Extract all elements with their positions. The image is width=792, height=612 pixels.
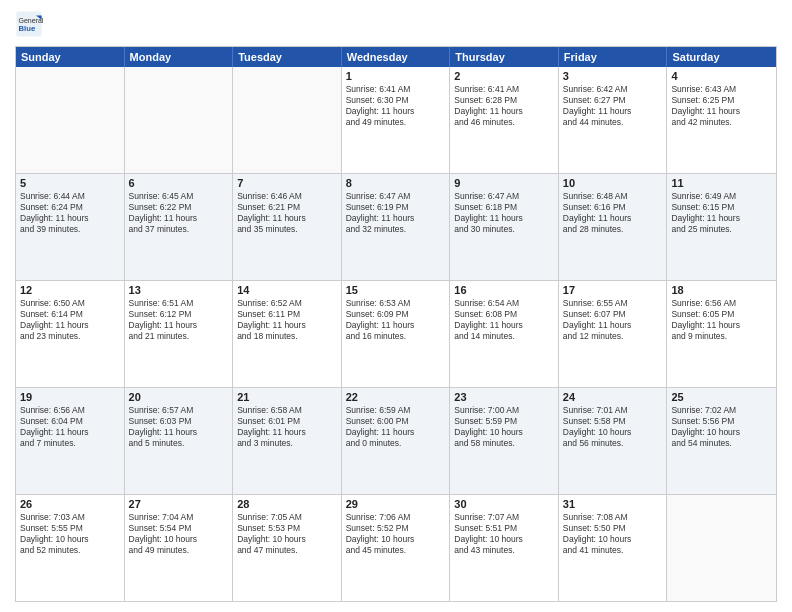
cell-line: and 37 minutes. bbox=[129, 224, 229, 235]
cell-line: Sunset: 5:53 PM bbox=[237, 523, 337, 534]
day-number: 29 bbox=[346, 498, 446, 510]
day-number: 14 bbox=[237, 284, 337, 296]
cell-line: and 56 minutes. bbox=[563, 438, 663, 449]
cell-line: Sunrise: 6:52 AM bbox=[237, 298, 337, 309]
cell-line: Sunrise: 6:48 AM bbox=[563, 191, 663, 202]
day-number: 5 bbox=[20, 177, 120, 189]
day-number: 17 bbox=[563, 284, 663, 296]
day-cell-19: 19Sunrise: 6:56 AMSunset: 6:04 PMDayligh… bbox=[16, 388, 125, 494]
day-number: 3 bbox=[563, 70, 663, 82]
cell-line: Daylight: 11 hours bbox=[129, 427, 229, 438]
day-number: 28 bbox=[237, 498, 337, 510]
cell-line: Sunrise: 7:08 AM bbox=[563, 512, 663, 523]
day-cell-2: 2Sunrise: 6:41 AMSunset: 6:28 PMDaylight… bbox=[450, 67, 559, 173]
cell-line: and 35 minutes. bbox=[237, 224, 337, 235]
day-number: 19 bbox=[20, 391, 120, 403]
cell-line: Sunrise: 6:45 AM bbox=[129, 191, 229, 202]
day-cell-24: 24Sunrise: 7:01 AMSunset: 5:58 PMDayligh… bbox=[559, 388, 668, 494]
cell-line: Sunrise: 6:54 AM bbox=[454, 298, 554, 309]
cell-line: Sunset: 6:09 PM bbox=[346, 309, 446, 320]
day-cell-9: 9Sunrise: 6:47 AMSunset: 6:18 PMDaylight… bbox=[450, 174, 559, 280]
logo-icon: General Blue bbox=[15, 10, 43, 38]
cell-line: Daylight: 11 hours bbox=[346, 427, 446, 438]
cell-line: and 49 minutes. bbox=[346, 117, 446, 128]
cell-line: Sunrise: 7:05 AM bbox=[237, 512, 337, 523]
header: General Blue bbox=[15, 10, 777, 38]
cell-line: and 25 minutes. bbox=[671, 224, 772, 235]
day-number: 16 bbox=[454, 284, 554, 296]
cell-line: and 58 minutes. bbox=[454, 438, 554, 449]
day-cell-4: 4Sunrise: 6:43 AMSunset: 6:25 PMDaylight… bbox=[667, 67, 776, 173]
day-number: 20 bbox=[129, 391, 229, 403]
cell-line: and 42 minutes. bbox=[671, 117, 772, 128]
day-number: 15 bbox=[346, 284, 446, 296]
cell-line: Sunset: 6:27 PM bbox=[563, 95, 663, 106]
day-number: 9 bbox=[454, 177, 554, 189]
empty-cell-0-0 bbox=[16, 67, 125, 173]
page: General Blue SundayMondayTuesdayWednesda… bbox=[0, 0, 792, 612]
day-number: 1 bbox=[346, 70, 446, 82]
cell-line: Sunset: 6:05 PM bbox=[671, 309, 772, 320]
cell-line: Daylight: 11 hours bbox=[20, 213, 120, 224]
cell-line: Daylight: 10 hours bbox=[20, 534, 120, 545]
cell-line: and 18 minutes. bbox=[237, 331, 337, 342]
cell-line: and 3 minutes. bbox=[237, 438, 337, 449]
cell-line: Daylight: 11 hours bbox=[671, 106, 772, 117]
cell-line: Sunset: 6:11 PM bbox=[237, 309, 337, 320]
cell-line: Sunset: 5:59 PM bbox=[454, 416, 554, 427]
cell-line: Daylight: 11 hours bbox=[454, 213, 554, 224]
cell-line: Sunset: 6:04 PM bbox=[20, 416, 120, 427]
day-cell-8: 8Sunrise: 6:47 AMSunset: 6:19 PMDaylight… bbox=[342, 174, 451, 280]
cell-line: Daylight: 10 hours bbox=[237, 534, 337, 545]
cell-line: Sunset: 6:19 PM bbox=[346, 202, 446, 213]
cell-line: Daylight: 11 hours bbox=[563, 213, 663, 224]
cell-line: Sunset: 6:15 PM bbox=[671, 202, 772, 213]
calendar-body: 1Sunrise: 6:41 AMSunset: 6:30 PMDaylight… bbox=[16, 67, 776, 601]
day-number: 22 bbox=[346, 391, 446, 403]
cell-line: and 9 minutes. bbox=[671, 331, 772, 342]
day-cell-6: 6Sunrise: 6:45 AMSunset: 6:22 PMDaylight… bbox=[125, 174, 234, 280]
day-number: 7 bbox=[237, 177, 337, 189]
day-number: 18 bbox=[671, 284, 772, 296]
cell-line: and 52 minutes. bbox=[20, 545, 120, 556]
day-cell-10: 10Sunrise: 6:48 AMSunset: 6:16 PMDayligh… bbox=[559, 174, 668, 280]
cell-line: Daylight: 11 hours bbox=[563, 320, 663, 331]
day-cell-7: 7Sunrise: 6:46 AMSunset: 6:21 PMDaylight… bbox=[233, 174, 342, 280]
day-cell-13: 13Sunrise: 6:51 AMSunset: 6:12 PMDayligh… bbox=[125, 281, 234, 387]
cell-line: Sunrise: 6:41 AM bbox=[346, 84, 446, 95]
calendar-row-2: 12Sunrise: 6:50 AMSunset: 6:14 PMDayligh… bbox=[16, 280, 776, 387]
cell-line: Sunrise: 6:47 AM bbox=[346, 191, 446, 202]
cell-line: Daylight: 10 hours bbox=[563, 534, 663, 545]
day-number: 10 bbox=[563, 177, 663, 189]
cell-line: and 43 minutes. bbox=[454, 545, 554, 556]
cell-line: Daylight: 10 hours bbox=[346, 534, 446, 545]
cell-line: Sunset: 5:56 PM bbox=[671, 416, 772, 427]
cell-line: Daylight: 11 hours bbox=[671, 213, 772, 224]
day-cell-28: 28Sunrise: 7:05 AMSunset: 5:53 PMDayligh… bbox=[233, 495, 342, 601]
cell-line: Daylight: 10 hours bbox=[129, 534, 229, 545]
cell-line: Sunset: 6:03 PM bbox=[129, 416, 229, 427]
cell-line: Daylight: 10 hours bbox=[454, 427, 554, 438]
cell-line: and 49 minutes. bbox=[129, 545, 229, 556]
cell-line: Sunrise: 6:47 AM bbox=[454, 191, 554, 202]
cell-line: Daylight: 11 hours bbox=[237, 427, 337, 438]
day-number: 2 bbox=[454, 70, 554, 82]
day-cell-21: 21Sunrise: 6:58 AMSunset: 6:01 PMDayligh… bbox=[233, 388, 342, 494]
day-cell-29: 29Sunrise: 7:06 AMSunset: 5:52 PMDayligh… bbox=[342, 495, 451, 601]
day-cell-14: 14Sunrise: 6:52 AMSunset: 6:11 PMDayligh… bbox=[233, 281, 342, 387]
day-cell-20: 20Sunrise: 6:57 AMSunset: 6:03 PMDayligh… bbox=[125, 388, 234, 494]
day-cell-22: 22Sunrise: 6:59 AMSunset: 6:00 PMDayligh… bbox=[342, 388, 451, 494]
cell-line: Sunset: 5:50 PM bbox=[563, 523, 663, 534]
header-day-tuesday: Tuesday bbox=[233, 47, 342, 67]
calendar: SundayMondayTuesdayWednesdayThursdayFrid… bbox=[15, 46, 777, 602]
cell-line: Daylight: 11 hours bbox=[671, 320, 772, 331]
day-cell-25: 25Sunrise: 7:02 AMSunset: 5:56 PMDayligh… bbox=[667, 388, 776, 494]
calendar-row-3: 19Sunrise: 6:56 AMSunset: 6:04 PMDayligh… bbox=[16, 387, 776, 494]
cell-line: and 16 minutes. bbox=[346, 331, 446, 342]
header-day-sunday: Sunday bbox=[16, 47, 125, 67]
cell-line: Sunset: 5:54 PM bbox=[129, 523, 229, 534]
day-cell-18: 18Sunrise: 6:56 AMSunset: 6:05 PMDayligh… bbox=[667, 281, 776, 387]
cell-line: Daylight: 11 hours bbox=[129, 320, 229, 331]
day-number: 25 bbox=[671, 391, 772, 403]
day-number: 24 bbox=[563, 391, 663, 403]
